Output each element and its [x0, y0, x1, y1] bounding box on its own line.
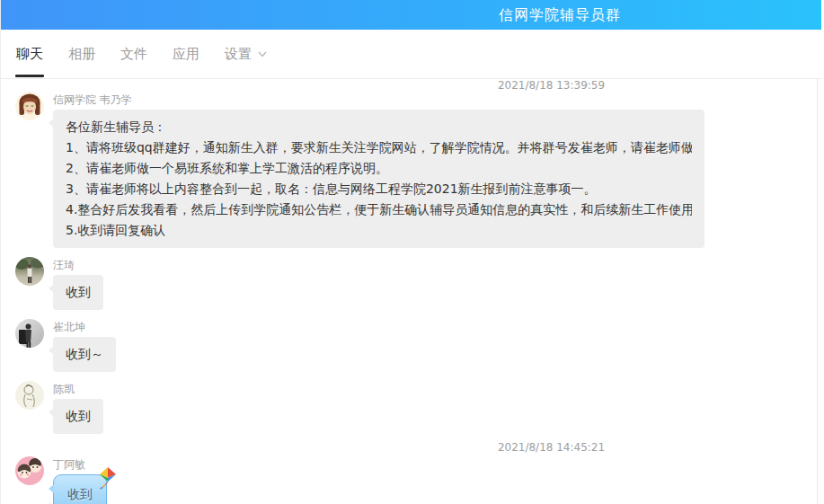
tab-files-label: 文件	[120, 46, 147, 63]
message-row: 丁阿敏 收到	[15, 456, 821, 504]
themed-message-bubble[interactable]: 收到	[53, 474, 107, 504]
runner-icon	[45, 500, 56, 504]
message-text: 收到	[67, 487, 93, 501]
message-timestamp: 2021/8/18 13:39:59	[148, 80, 824, 92]
tab-chat[interactable]: 聊天	[16, 30, 43, 78]
tab-apps[interactable]: 应用	[173, 30, 199, 78]
couple-cartoon-avatar[interactable]	[15, 456, 44, 485]
woman-cartoon-avatar[interactable]	[15, 92, 44, 120]
message-row: 汪琦 收到	[15, 257, 821, 310]
message-line: 各位新生辅导员：	[66, 117, 692, 137]
chevron-down-icon	[258, 51, 267, 57]
message-line: 5.收到请回复确认	[66, 220, 692, 241]
tab-settings[interactable]: 设置	[225, 30, 267, 78]
kite-icon	[97, 466, 119, 498]
sender-name: 汪琦	[53, 259, 103, 271]
sketch-avatar[interactable]	[15, 381, 44, 410]
tab-chat-label: 聊天	[16, 46, 43, 63]
sender-name: 崔北坤	[53, 321, 116, 333]
message-row: 陈凯 收到	[15, 381, 821, 434]
tab-album[interactable]: 相册	[68, 30, 95, 78]
tab-files[interactable]: 文件	[120, 30, 147, 78]
message-bubble[interactable]: 收到	[53, 275, 103, 310]
message-row: 崔北坤 收到～	[15, 319, 821, 372]
tab-settings-label: 设置	[225, 46, 252, 63]
message-row: 信网学院 韦乃学 各位新生辅导员： 1、请将班级qq群建好，通知新生入群，要求新…	[15, 92, 821, 248]
sender-name: 信网学院 韦乃学	[53, 93, 704, 106]
group-title: 信网学院辅导员群	[499, 5, 621, 24]
message-list: 2021/8/18 13:39:59 信网学院 韦乃学	[1, 80, 821, 504]
window-header: 信网学院辅导员群	[1, 0, 821, 30]
message-line: 3、请崔老师将以上内容整合到一起，取名：信息与网络工程学院2021新生报到前注意…	[66, 179, 692, 199]
message-timestamp: 2021/8/18 14:45:21	[148, 442, 824, 454]
outdoor-photo-avatar[interactable]	[15, 257, 44, 286]
message-line: 4.整合好后发我看看，然后上传到学院通知公告栏，便于新生确认辅导员通知信息的真实…	[66, 199, 692, 220]
message-line: 2、请崔老师做一个易班系统和掌上学工激活的程序说明。	[66, 158, 692, 179]
message-bubble[interactable]: 收到～	[53, 337, 116, 372]
message-line: 1、请将班级qq群建好，通知新生入群，要求新生关注学院网站，了解学院情况。并将群…	[66, 137, 692, 158]
bw-photo-avatar[interactable]	[15, 319, 44, 348]
tab-apps-label: 应用	[173, 46, 199, 63]
tab-bar: 聊天 相册 文件 应用 设置	[1, 30, 821, 79]
group-chat-window: 信网学院辅导员群 聊天 相册 文件 应用 设置 2021/8/18 13:39:…	[0, 0, 824, 504]
sender-name: 陈凯	[53, 383, 103, 395]
message-bubble[interactable]: 各位新生辅导员： 1、请将班级qq群建好，通知新生入群，要求新生关注学院网站，了…	[53, 110, 704, 248]
tab-album-label: 相册	[68, 46, 95, 63]
message-bubble[interactable]: 收到	[53, 399, 103, 434]
